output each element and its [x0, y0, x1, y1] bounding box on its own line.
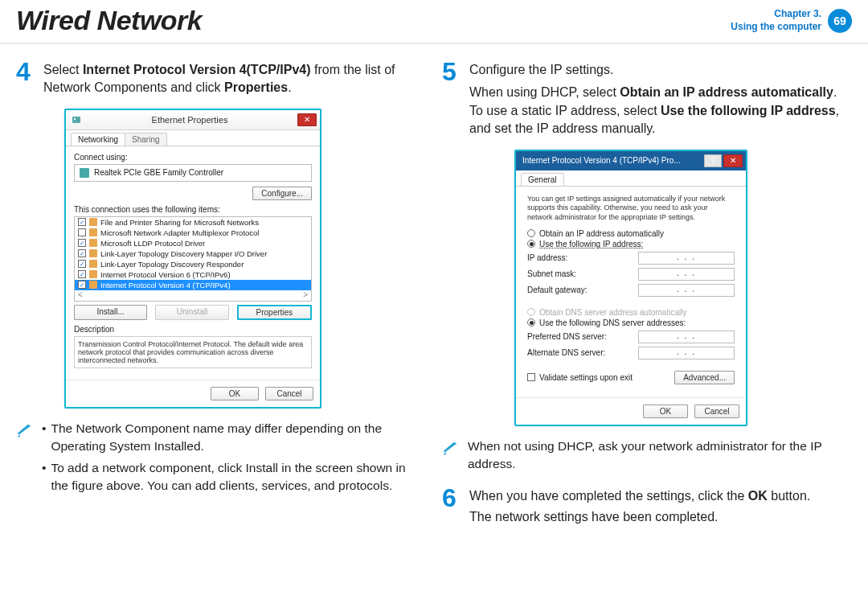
checkbox-icon[interactable]: ✓: [78, 249, 86, 257]
components-listbox[interactable]: ✓File and Printer Sharing for Microsoft …: [74, 216, 312, 302]
step-number: 6: [442, 485, 463, 527]
right-column: 5 Configure the IP settings. When using …: [442, 59, 852, 537]
list-item-label: File and Printer Sharing for Microsoft N…: [100, 218, 259, 227]
connect-using-label: Connect using:: [74, 153, 312, 162]
list-item[interactable]: ✓Link-Layer Topology Discovery Responder: [75, 259, 311, 269]
radio-use-dns[interactable]: Use the following DNS server addresses:: [527, 318, 735, 327]
checkbox-icon[interactable]: ✓: [78, 228, 86, 236]
ip-address-field[interactable]: . . .: [638, 252, 735, 265]
svg-rect-0: [72, 117, 80, 123]
chapter-text: Chapter 3. Using the computer: [731, 8, 821, 33]
checkbox-icon[interactable]: ✓: [78, 218, 86, 226]
checkbox-icon[interactable]: ✓: [78, 239, 86, 247]
description-label: Description: [74, 325, 312, 334]
page-title: Wired Network: [16, 5, 202, 36]
ethernet-properties-dialog: Ethernet Properties ✕ Networking Sharing…: [64, 109, 321, 409]
note-left: •The Network Component name may differ d…: [16, 420, 426, 499]
component-icon: [89, 270, 97, 278]
nic-icon: [80, 168, 89, 178]
dialog-titlebar: Ethernet Properties ✕: [66, 110, 320, 130]
component-icon: [89, 218, 97, 226]
list-item[interactable]: ✓File and Printer Sharing for Microsoft …: [75, 217, 311, 228]
left-column: 4 Select Internet Protocol Version 4(TCP…: [16, 59, 426, 537]
chapter-line: Chapter 3.: [731, 8, 821, 21]
list-item[interactable]: ✓Internet Protocol Version 6 (TCP/IPv6): [75, 269, 311, 280]
adapter-box: Realtek PCIe GBE Family Controller: [74, 164, 312, 182]
list-item-label: Internet Protocol Version 4 (TCP/IPv4): [100, 281, 231, 290]
component-icon: [89, 260, 97, 268]
cancel-button[interactable]: Cancel: [265, 387, 313, 400]
step-5: 5 Configure the IP settings. When using …: [442, 59, 852, 138]
close-icon[interactable]: ✕: [297, 113, 317, 126]
list-item[interactable]: ✓Microsoft LLDP Protocol Driver: [75, 238, 311, 248]
dialog-title: Ethernet Properties: [82, 115, 297, 125]
adapter-icon: [71, 114, 82, 125]
configure-button[interactable]: Configure...: [252, 187, 312, 200]
pref-dns-label: Preferred DNS server:: [527, 332, 607, 341]
page-number-badge: 69: [828, 9, 852, 33]
radio-obtain-ip[interactable]: Obtain an IP address automatically: [527, 229, 735, 238]
uninstall-button[interactable]: Uninstall: [155, 305, 228, 320]
subnet-label: Subnet mask:: [527, 269, 576, 278]
ok-button[interactable]: OK: [643, 405, 688, 418]
step-number: 4: [16, 59, 37, 97]
advanced-button[interactable]: Advanced...: [674, 371, 735, 384]
component-icon: [89, 281, 97, 289]
tab-general[interactable]: General: [521, 173, 564, 186]
page-header: Wired Network Chapter 3. Using the compu…: [0, 0, 868, 44]
svg-rect-1: [74, 118, 76, 120]
cancel-button[interactable]: Cancel: [694, 405, 739, 418]
list-item-label: Microsoft LLDP Protocol Driver: [100, 239, 205, 248]
chapter-subline: Using the computer: [731, 21, 821, 34]
dialog-titlebar: Internet Protocol Version 4 (TCP/IPv4) P…: [516, 151, 746, 170]
step-4: 4 Select Internet Protocol Version 4(TCP…: [16, 59, 426, 97]
checkbox-icon[interactable]: ✓: [78, 260, 86, 268]
gateway-label: Default gateway:: [527, 285, 588, 294]
properties-button[interactable]: Properties: [237, 305, 312, 320]
note-bullet-2: To add a network component, click Instal…: [51, 459, 426, 495]
note-text: When not using DHCP, ask your network ad…: [468, 437, 852, 474]
ip-address-label: IP address:: [527, 253, 567, 262]
note-right: When not using DHCP, ask your network ad…: [442, 437, 852, 474]
ipv4-properties-dialog: Internet Protocol Version 4 (TCP/IPv4) P…: [514, 150, 747, 426]
description-text: Transmission Control Protocol/Internet P…: [74, 336, 312, 368]
chapter-block: Chapter 3. Using the computer 69: [731, 8, 852, 33]
install-button[interactable]: Install...: [74, 305, 147, 320]
scrollbar-horiz[interactable]: <>: [75, 290, 311, 301]
note-icon: [16, 421, 34, 499]
step-text: Select Internet Protocol Version 4(TCP/I…: [43, 59, 426, 97]
checkbox-icon[interactable]: ✓: [78, 281, 86, 289]
tab-sharing[interactable]: Sharing: [125, 133, 166, 146]
subnet-field[interactable]: . . .: [638, 268, 735, 281]
component-icon: [89, 239, 97, 247]
pref-dns-field[interactable]: . . .: [638, 331, 735, 343]
validate-checkbox[interactable]: ✓Validate settings upon exit: [527, 373, 633, 382]
note-icon: [442, 439, 460, 474]
list-item[interactable]: ✓Link-Layer Topology Discovery Mapper I/…: [75, 248, 311, 259]
tab-networking[interactable]: Networking: [71, 133, 125, 146]
step-text: When you have completed the settings, cl…: [469, 485, 810, 527]
list-item-label: Internet Protocol Version 6 (TCP/IPv6): [100, 270, 231, 279]
list-item-label: Link-Layer Topology Discovery Mapper I/O…: [100, 249, 267, 258]
info-text: You can get IP settings assigned automat…: [521, 190, 741, 224]
list-item[interactable]: ✓Microsoft Network Adapter Multiplexor P…: [75, 228, 311, 238]
help-icon[interactable]: ?: [704, 154, 722, 167]
component-icon: [89, 249, 97, 257]
note-bullet-1: The Network Component name may differ de…: [51, 420, 426, 456]
radio-use-ip[interactable]: Use the following IP address:: [527, 240, 735, 248]
close-icon[interactable]: ✕: [723, 154, 743, 167]
adapter-name: Realtek PCIe GBE Family Controller: [94, 168, 223, 177]
dialog-title: Internet Protocol Version 4 (TCP/IPv4) P…: [521, 156, 704, 165]
checkbox-icon[interactable]: ✓: [78, 270, 86, 278]
gateway-field[interactable]: . . .: [638, 284, 735, 297]
dialog-tabs: Networking Sharing: [66, 130, 320, 146]
list-item-label: Link-Layer Topology Discovery Responder: [100, 260, 244, 269]
alt-dns-field[interactable]: . . .: [638, 347, 735, 359]
component-icon: [89, 228, 97, 236]
list-item-label: Microsoft Network Adapter Multiplexor Pr…: [100, 228, 259, 237]
items-label: This connection uses the following items…: [74, 205, 312, 214]
radio-obtain-dns[interactable]: Obtain DNS server address automatically: [527, 308, 735, 317]
step-6: 6 When you have completed the settings, …: [442, 485, 852, 527]
ok-button[interactable]: OK: [211, 387, 259, 400]
list-item[interactable]: ✓Internet Protocol Version 4 (TCP/IPv4): [75, 280, 311, 290]
